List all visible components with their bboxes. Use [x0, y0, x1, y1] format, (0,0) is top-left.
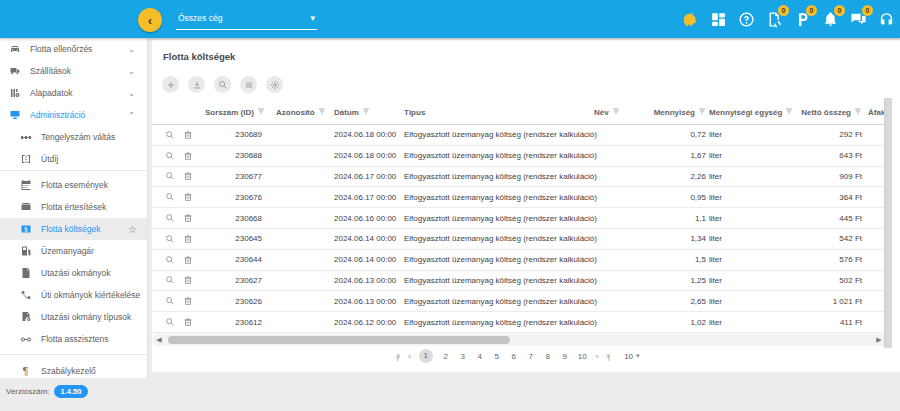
row-delete-icon[interactable] — [183, 151, 193, 161]
column-header-mennyiseg[interactable]: Mennyiség — [654, 107, 706, 117]
sidebar-item-szabalykezelo[interactable]: ¶ Szabálykezelő — [0, 360, 147, 382]
sidebar-item-flotta-koltsegek[interactable]: Flotta költségek ☆ — [0, 218, 147, 240]
sidebar-item-uti-okmanyok-kiertekelese[interactable]: Úti okmányok kiértékelése — [0, 284, 147, 306]
sort-icon — [698, 107, 706, 117]
dashboard-icon[interactable] — [709, 10, 728, 29]
page-number[interactable]: 5 — [493, 352, 501, 361]
row-view-icon[interactable] — [165, 296, 175, 306]
row-view-icon[interactable] — [165, 130, 175, 140]
cell-datum: 2024.06.13 00:00 — [332, 276, 404, 285]
page-number[interactable]: 10 — [578, 352, 587, 361]
version-badge: 1.4.50 — [54, 385, 89, 398]
sidebar-item-flotta-ellenorzes[interactable]: Flotta ellenőrzés ⌄ — [0, 38, 147, 60]
main-content: Flotta költségek Sorszám (ID) Azonosító … — [152, 40, 900, 372]
back-button[interactable]: ‹ — [138, 8, 162, 32]
sidebar-item-utazasi-okmany-tipusok[interactable]: Utazási okmány típusok — [0, 306, 147, 328]
cell-tipus: Elfogyasztott üzemanyag költség (rendsze… — [404, 130, 594, 139]
cell-egyseg: liter — [706, 130, 796, 139]
notifications-icon[interactable]: 0 — [821, 10, 840, 29]
per-page-select[interactable]: 10 ▾ — [624, 352, 639, 361]
data-gear-icon — [8, 87, 21, 100]
sidebar-item-utazasi-okmanyok[interactable]: Utazási okmányok — [0, 262, 147, 284]
page-number[interactable]: 3 — [459, 352, 467, 361]
cell-datum: 2024.06.14 00:00 — [332, 234, 404, 243]
page-number[interactable]: 4 — [476, 352, 484, 361]
page-number[interactable]: 6 — [510, 352, 518, 361]
cell-mennyiseg: 0,95 — [632, 193, 706, 202]
row-delete-icon[interactable] — [183, 317, 193, 327]
column-header-azonosito[interactable]: Azonosító — [276, 107, 326, 117]
pagination: |‹ ‹ 12345678910 › ›| 10 ▾ — [152, 349, 884, 363]
column-header-mennyisegi-egyseg[interactable]: Mennyiségi egység — [709, 107, 793, 117]
row-view-icon[interactable] — [165, 275, 175, 285]
row-delete-icon[interactable] — [183, 130, 193, 140]
page-number[interactable]: 2 — [442, 352, 450, 361]
row-view-icon[interactable] — [165, 255, 175, 265]
page-number[interactable]: 9 — [561, 352, 569, 361]
sidebar-item-szallitasok[interactable]: Szállítások ⌄ — [0, 60, 147, 82]
parking-icon[interactable]: 0 — [793, 10, 812, 29]
last-page-icon[interactable]: ›| — [606, 352, 609, 361]
row-view-icon[interactable] — [165, 171, 175, 181]
calendar-alert-icon — [19, 201, 32, 214]
row-delete-icon[interactable] — [183, 255, 193, 265]
horizontal-scrollbar-thumb[interactable] — [168, 336, 510, 344]
cell-mennyiseg: 1,02 — [632, 318, 706, 327]
column-header-sorszam[interactable]: Sorszám (ID) — [205, 107, 265, 117]
sidebar-item-alapadatok[interactable]: Alapadatok ⌄ — [0, 82, 147, 104]
row-view-icon[interactable] — [165, 234, 175, 244]
column-header-afakulcs[interactable]: Áfak — [868, 108, 884, 117]
row-delete-icon[interactable] — [183, 213, 193, 223]
document-sync-icon[interactable]: 0 — [765, 10, 784, 29]
row-view-icon[interactable] — [165, 213, 175, 223]
sidebar-item-uzemanyagar[interactable]: Üzemanyagár — [0, 240, 147, 262]
messages-icon[interactable]: 0 — [849, 10, 868, 29]
sidebar: Flotta ellenőrzés ⌄ Szállítások ⌄ Alapad… — [0, 38, 148, 378]
export-button[interactable] — [188, 76, 205, 93]
sidebar-item-flotta-esemenyek[interactable]: Flotta események — [0, 174, 147, 196]
page-number[interactable]: 1 — [419, 349, 433, 363]
scroll-left-arrow-icon[interactable]: ◀ — [154, 334, 164, 346]
first-page-icon[interactable]: |‹ — [396, 352, 399, 361]
cell-mennyiseg: 0,72 — [632, 130, 706, 139]
row-view-icon[interactable] — [165, 317, 175, 327]
add-button[interactable] — [162, 76, 179, 93]
settings-button[interactable] — [266, 76, 283, 93]
column-header-tipus[interactable]: Típus — [404, 108, 425, 117]
sidebar-item-flotta-asszisztens[interactable]: Flotta asszisztens — [0, 328, 147, 350]
vertical-scrollbar[interactable] — [884, 98, 892, 348]
row-delete-icon[interactable] — [183, 234, 193, 244]
sidebar-item-flotta-ertesitesek[interactable]: Flotta értesítések — [0, 196, 147, 218]
column-header-netto-osszeg[interactable]: Nettó összeg — [801, 107, 862, 117]
row-view-icon[interactable] — [165, 151, 175, 161]
scroll-right-arrow-icon[interactable]: ▶ — [874, 334, 884, 346]
row-delete-icon[interactable] — [183, 171, 193, 181]
search-button[interactable] — [214, 76, 231, 93]
chevron-down-icon: ▾ — [636, 352, 640, 360]
row-delete-icon[interactable] — [183, 275, 193, 285]
horizontal-scrollbar[interactable]: ◀ ▶ — [154, 334, 884, 346]
columns-button[interactable] — [240, 76, 257, 93]
cell-datum: 2024.06.18 00:00 — [332, 130, 404, 139]
row-view-icon[interactable] — [165, 192, 175, 202]
prev-page-icon[interactable]: ‹ — [408, 352, 410, 361]
column-header-nev[interactable]: Név — [594, 107, 620, 117]
page-number[interactable]: 7 — [527, 352, 535, 361]
sidebar-item-adminisztracio[interactable]: Adminisztráció ⌃ — [0, 104, 147, 126]
next-page-icon[interactable]: › — [596, 352, 598, 361]
page-number[interactable]: 8 — [544, 352, 552, 361]
cell-tipus: Elfogyasztott üzemanyag költség (rendsze… — [404, 172, 594, 181]
cell-mennyiseg: 1,34 — [632, 234, 706, 243]
cell-sorszam: 230668 — [200, 214, 262, 223]
cell-datum: 2024.06.17 00:00 — [332, 172, 404, 181]
column-header-datum[interactable]: Dátum — [334, 107, 370, 117]
sidebar-item-tengelyszam-valtas[interactable]: Tengelyszám váltás — [0, 126, 147, 148]
help-icon[interactable] — [737, 10, 756, 29]
piggy-bank-icon[interactable] — [681, 10, 700, 29]
row-delete-icon[interactable] — [183, 192, 193, 202]
star-icon[interactable]: ☆ — [128, 224, 137, 235]
sidebar-item-utdij[interactable]: Útdíj — [0, 148, 147, 170]
headset-icon[interactable] — [877, 10, 896, 29]
company-select[interactable]: Összes cég ▾ — [176, 9, 317, 30]
row-delete-icon[interactable] — [183, 296, 193, 306]
